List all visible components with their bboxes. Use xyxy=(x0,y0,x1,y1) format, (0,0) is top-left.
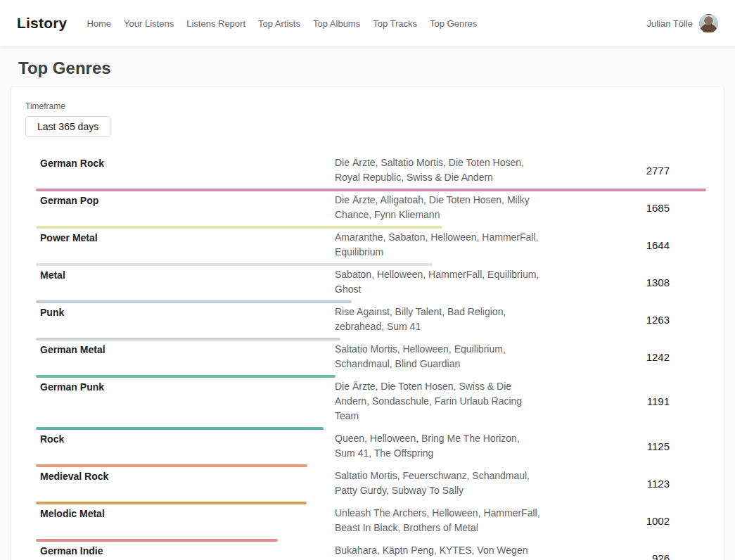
genre-row-main: German Pop Die Ärzte, Alligatoah, Die To… xyxy=(25,193,710,222)
genre-count: 1191 xyxy=(647,395,710,407)
genre-row: Rock Queen, Helloween, Bring Me The Hori… xyxy=(25,431,710,467)
genre-bar-track xyxy=(36,427,706,430)
genre-artists: Rise Against, Billy Talent, Bad Religion… xyxy=(335,305,540,334)
genre-row-main: Metal Sabaton, Helloween, HammerFall, Eq… xyxy=(25,267,710,297)
genre-name: German Indie xyxy=(25,543,335,559)
nav-item-listens-report[interactable]: Listens Report xyxy=(186,18,245,29)
genre-table: German Rock Die Ärzte, Saltatio Mortis, … xyxy=(25,155,710,560)
genre-bar-track xyxy=(36,189,706,191)
genre-name: German Metal xyxy=(25,342,335,357)
genre-row: Punk Rise Against, Billy Talent, Bad Rel… xyxy=(25,305,710,341)
genre-row-main: German Rock Die Ärzte, Saltatio Mortis, … xyxy=(25,155,710,185)
nav-item-top-genres[interactable]: Top Genres xyxy=(430,18,477,29)
genre-bar xyxy=(36,226,442,229)
genre-row: Power Metal Amaranthe, Sabaton, Hellowee… xyxy=(25,230,710,266)
nav-item-top-albums[interactable]: Top Albums xyxy=(313,18,360,29)
genre-row: Melodic Metal Unleash The Archers, Hello… xyxy=(25,506,710,542)
genre-row-main: German Punk Die Ärzte, Die Toten Hosen, … xyxy=(25,379,710,424)
genre-row: Metal Sabaton, Helloween, HammerFall, Eq… xyxy=(25,267,710,303)
genre-row: German Indie Bukahara, Käptn Peng, KYTES… xyxy=(25,543,710,560)
genre-artists: Die Ärzte, Alligatoah, Die Toten Hosen, … xyxy=(335,193,540,222)
genre-artists: Die Ärzte, Die Toten Hosen, Swiss & Die … xyxy=(335,379,540,424)
genre-name: German Rock xyxy=(25,155,335,171)
genre-count: 1644 xyxy=(646,239,710,251)
nav-item-home[interactable]: Home xyxy=(87,18,111,29)
genre-bar-track xyxy=(36,375,706,378)
genre-name: Power Metal xyxy=(25,230,335,246)
genre-bar-track xyxy=(36,464,706,467)
genre-artists: Die Ärzte, Saltatio Mortis, Die Toten Ho… xyxy=(335,155,540,185)
genre-bar xyxy=(36,189,706,191)
timeframe-label: Timeframe xyxy=(25,101,710,111)
genre-artists: Unleash The Archers, Helloween, HammerFa… xyxy=(335,506,540,535)
genre-row-main: German Metal Saltatio Mortis, Helloween,… xyxy=(25,342,710,371)
genre-bar xyxy=(36,539,278,542)
genre-count: 1242 xyxy=(646,351,710,363)
nav-item-your-listens[interactable]: Your Listens xyxy=(124,18,174,29)
genre-row-main: Medieval Rock Saltatio Mortis, Feuerschw… xyxy=(25,469,710,498)
genre-name: Rock xyxy=(25,431,335,447)
genre-row: German Pop Die Ärzte, Alligatoah, Die To… xyxy=(25,193,710,229)
genre-bar-track xyxy=(36,263,706,266)
genre-bar xyxy=(36,464,307,467)
genre-bar-track xyxy=(36,338,706,341)
genre-row-main: German Indie Bukahara, Käptn Peng, KYTES… xyxy=(25,543,710,560)
genre-bar-track xyxy=(36,539,706,542)
genre-artists: Saltatio Mortis, Helloween, Equilibrium,… xyxy=(335,342,540,371)
genre-count: 1002 xyxy=(646,515,710,527)
genre-row: German Punk Die Ärzte, Die Toten Hosen, … xyxy=(25,379,710,430)
genre-name: Melodic Metal xyxy=(25,506,335,521)
genre-row-main: Rock Queen, Helloween, Bring Me The Hori… xyxy=(25,431,710,461)
nav-item-top-artists[interactable]: Top Artists xyxy=(258,18,300,29)
main-nav: Home Your Listens Listens Report Top Art… xyxy=(87,18,477,29)
genre-artists: Amaranthe, Sabaton, Helloween, HammerFal… xyxy=(335,230,540,260)
genre-count: 1125 xyxy=(647,440,710,452)
timeframe-select[interactable]: Last 365 days xyxy=(25,116,110,137)
app-bar: Listory Home Your Listens Listens Report… xyxy=(0,0,735,46)
genre-artists: Sabaton, Helloween, HammerFall, Equilibr… xyxy=(335,267,540,297)
genre-row-main: Punk Rise Against, Billy Talent, Bad Rel… xyxy=(25,305,710,334)
genre-artists: Bukahara, Käptn Peng, KYTES, Von Wegen L… xyxy=(335,543,540,560)
genre-name: Punk xyxy=(25,305,335,320)
genre-name: Metal xyxy=(25,267,335,283)
genre-row: German Metal Saltatio Mortis, Helloween,… xyxy=(25,342,710,378)
genre-bar-track xyxy=(36,300,706,303)
genre-count: 1263 xyxy=(646,314,710,326)
genre-count: 1123 xyxy=(647,478,710,490)
genre-bar xyxy=(36,502,307,504)
genre-bar xyxy=(36,427,324,430)
top-genres-card: Timeframe Last 365 days German Rock Die … xyxy=(11,87,724,560)
genre-name: German Punk xyxy=(25,379,335,395)
genre-bar-track xyxy=(36,226,706,229)
app-logo[interactable]: Listory xyxy=(17,15,67,32)
genre-row: German Rock Die Ärzte, Saltatio Mortis, … xyxy=(25,155,710,191)
nav-item-top-tracks[interactable]: Top Tracks xyxy=(373,18,417,29)
page-title: Top Genres xyxy=(18,58,735,78)
genre-row-main: Power Metal Amaranthe, Sabaton, Hellowee… xyxy=(25,230,710,260)
genre-bar xyxy=(36,375,335,378)
genre-row: Medieval Rock Saltatio Mortis, Feuerschw… xyxy=(25,469,710,504)
genre-row-main: Melodic Metal Unleash The Archers, Hello… xyxy=(25,506,710,535)
genre-count: 2777 xyxy=(646,165,710,177)
genre-bar xyxy=(36,338,340,341)
genre-artists: Saltatio Mortis, Feuerschwanz, Schandmau… xyxy=(335,469,540,498)
genre-count: 926 xyxy=(652,552,710,560)
genre-name: German Pop xyxy=(25,193,335,208)
genre-artists: Queen, Helloween, Bring Me The Horizon, … xyxy=(335,431,540,461)
genre-bar xyxy=(36,300,352,303)
genre-count: 1685 xyxy=(646,202,710,214)
genre-count: 1308 xyxy=(646,276,710,288)
user-name: Julian Tölle xyxy=(646,18,693,29)
user-avatar[interactable] xyxy=(699,14,718,33)
genre-bar-track xyxy=(36,502,706,504)
genre-bar xyxy=(36,263,433,266)
genre-name: Medieval Rock xyxy=(25,469,335,484)
